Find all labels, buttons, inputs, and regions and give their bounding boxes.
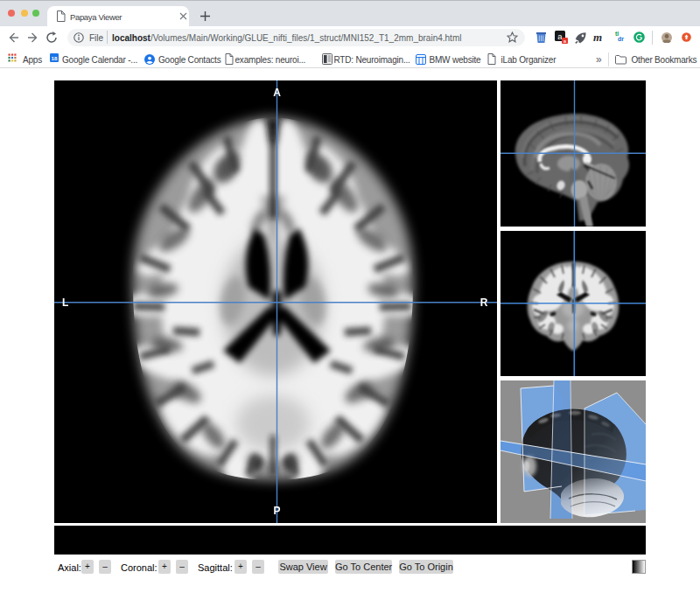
svg-text:A: A: [273, 87, 281, 99]
svg-text:R: R: [480, 296, 488, 309]
svg-text:P: P: [273, 505, 280, 517]
svg-text:18: 18: [52, 55, 58, 61]
svg-text:L: L: [62, 296, 68, 309]
